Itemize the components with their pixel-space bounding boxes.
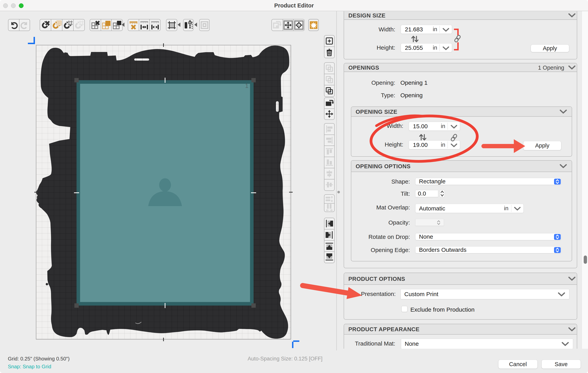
svg-text:3: 3 — [329, 80, 331, 82]
svg-text:3: 3 — [329, 68, 331, 71]
svg-text:?: ? — [329, 91, 331, 94]
